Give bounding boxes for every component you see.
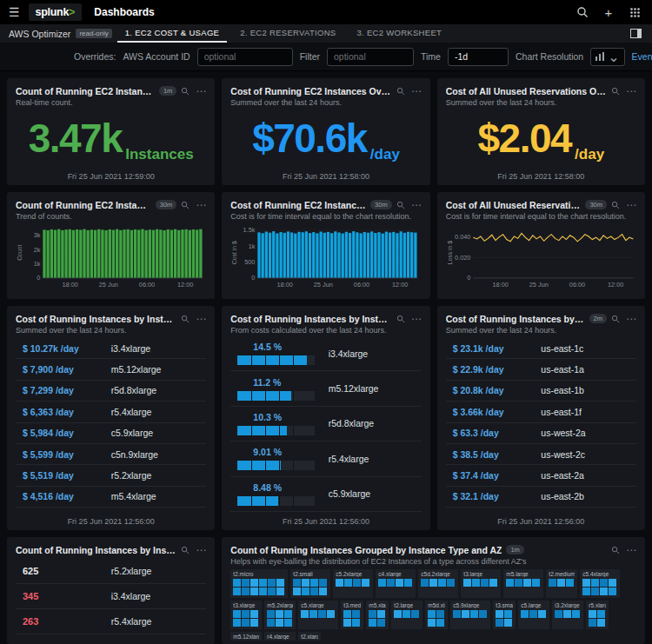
table-row[interactable]: $ 6,363 /dayr5.4xlarge bbox=[16, 402, 206, 422]
gauge-row[interactable]: 14.5 %i3.4xlarge bbox=[230, 336, 421, 371]
open-in-search-icon[interactable] bbox=[181, 201, 190, 209]
tab-ec2-cost-usage[interactable]: 1. EC2 COST & USAGE bbox=[117, 24, 227, 43]
gauge-tick bbox=[251, 426, 252, 435]
treemap-group[interactable]: t3.large bbox=[461, 569, 501, 598]
loss-line-chart[interactable]: 00.0200.04018:0025 Jun06:0012:00Loss in … bbox=[446, 222, 636, 295]
open-in-search-icon[interactable] bbox=[181, 546, 190, 554]
count-column-chart[interactable]: 01k2k3k18:0025 Jun06:0012:00Count bbox=[16, 222, 206, 295]
instance-cell bbox=[479, 610, 487, 618]
table-row[interactable]: 345i3.4xlarge bbox=[16, 584, 206, 609]
treemap-group[interactable]: c5.xlarge bbox=[298, 601, 338, 629]
table-row[interactable]: $ 7,900 /daym5.12xlarge bbox=[16, 359, 206, 380]
open-in-search-icon[interactable] bbox=[396, 87, 405, 96]
add-icon[interactable]: + bbox=[600, 3, 617, 21]
treemap-group[interactable]: m5.2xlarge bbox=[264, 601, 296, 629]
panel-menu-icon[interactable]: ⋯ bbox=[196, 547, 206, 554]
open-in-search-icon[interactable] bbox=[181, 315, 190, 323]
account-id-input[interactable] bbox=[197, 48, 293, 66]
treemap-group[interactable]: m5d.xlarge bbox=[425, 601, 448, 629]
table-row[interactable]: $ 10.27k /dayi3.4xlarge bbox=[16, 338, 206, 359]
table-row[interactable]: $ 5,599 /dayc5n.9xlarge bbox=[16, 444, 206, 465]
treemap-group-label: c5.xlarge bbox=[301, 602, 336, 608]
table-row[interactable]: $ 23.1k /dayus-east-1c bbox=[446, 338, 636, 359]
treemap-group[interactable]: r4.xlarge bbox=[264, 632, 296, 641]
treemap-group[interactable]: t2.large bbox=[391, 601, 422, 629]
gauge-row[interactable]: 11.2 %m5.12xlarge bbox=[230, 371, 421, 406]
table-row[interactable]: $ 3.66k /dayus-east-1f bbox=[446, 402, 636, 422]
panel-toggle-icon[interactable] bbox=[630, 29, 642, 38]
panel-menu-icon[interactable]: ⋯ bbox=[196, 88, 206, 95]
open-in-search-icon[interactable] bbox=[181, 87, 190, 96]
panel-actions: ⋯ bbox=[611, 201, 636, 209]
panel-menu-icon[interactable]: ⋯ bbox=[196, 315, 206, 322]
table-row[interactable]: $ 7,299 /dayr5d.8xlarge bbox=[16, 381, 206, 402]
panel-menu-icon[interactable]: ⋯ bbox=[411, 202, 422, 209]
cost-column-chart[interactable]: 05001k1.5k18:0025 Jun06:0012:00Cost in $ bbox=[230, 222, 421, 295]
treemap-group[interactable]: i3.2xlarge bbox=[552, 601, 583, 629]
apps-grid-icon[interactable] bbox=[626, 3, 643, 21]
treemap-group[interactable]: t3.medium bbox=[341, 601, 363, 629]
table-row[interactable]: $ 5,984 /dayc5.9xlarge bbox=[16, 423, 206, 444]
table-row[interactable]: $ 4,516 /daym5.4xlarge bbox=[16, 487, 206, 508]
panel-menu-icon[interactable]: ⋯ bbox=[626, 88, 636, 95]
treemap-group[interactable]: t3.small bbox=[493, 601, 516, 629]
treemap-group[interactable]: c4.xlarge bbox=[376, 569, 416, 598]
open-in-search-icon[interactable] bbox=[611, 87, 620, 96]
hamburger-menu-icon[interactable]: ☰ bbox=[9, 6, 20, 18]
panel-timestamp: Fri 25 Jun 2021 12:58:00 bbox=[230, 169, 421, 182]
svg-text:12:00: 12:00 bbox=[392, 282, 408, 289]
table-row[interactable]: $ 32.1 /dayus-east-2b bbox=[446, 487, 636, 508]
treemap-group[interactable]: m5.12xlarge bbox=[230, 632, 262, 641]
open-in-search-icon[interactable] bbox=[396, 201, 405, 209]
treemap-group[interactable]: c5.4xlarge bbox=[580, 569, 620, 598]
event-overlay-link[interactable]: Event Overlay bbox=[632, 51, 652, 62]
panel-menu-icon[interactable]: ⋯ bbox=[411, 88, 422, 95]
treemap-group-label: c5d.2xlarge bbox=[421, 571, 456, 577]
tab-ec2-worksheet[interactable]: 3. EC2 WORKSHEET bbox=[349, 24, 449, 43]
treemap-cells bbox=[369, 610, 385, 627]
panel-menu-icon[interactable]: ⋯ bbox=[196, 202, 206, 209]
gauge-row[interactable]: 10.3 %r5d.8xlarge bbox=[230, 407, 421, 442]
filter-input[interactable] bbox=[327, 48, 414, 66]
table-row[interactable]: $ 5,519 /dayr5.2xlarge bbox=[16, 465, 206, 486]
treemap-group[interactable]: c5.2xlarge bbox=[333, 569, 373, 598]
treemap-group-label: c5.4xlarge bbox=[582, 571, 617, 577]
tab-ec2-reservations[interactable]: 2. EC2 RESERVATIONS bbox=[232, 24, 343, 43]
table-row[interactable]: 245m5.4xlarge bbox=[16, 634, 206, 641]
search-icon[interactable] bbox=[574, 3, 591, 21]
open-in-search-icon[interactable] bbox=[396, 315, 405, 323]
open-in-search-icon[interactable] bbox=[611, 546, 620, 554]
open-in-search-icon[interactable] bbox=[611, 201, 620, 209]
treemap-group[interactable]: t2.medium bbox=[546, 569, 577, 598]
treemap-cells bbox=[336, 579, 369, 587]
treemap-group[interactable]: t3.xlarge bbox=[230, 601, 262, 629]
table-row[interactable]: $ 63.3 /dayus-west-2a bbox=[446, 423, 636, 444]
chart-resolution-select[interactable]: ⌄ bbox=[590, 48, 624, 66]
gauge-row[interactable]: 9.01 %r5.4xlarge bbox=[230, 442, 421, 476]
table-row[interactable]: $ 37.4 /dayus-east-2a bbox=[446, 465, 636, 486]
table-row[interactable]: $ 22.9k /dayus-east-1a bbox=[446, 359, 636, 380]
panel-menu-icon[interactable]: ⋯ bbox=[626, 547, 636, 554]
treemap-group[interactable]: c5.large bbox=[518, 601, 549, 629]
table-row[interactable]: 263r5.4xlarge bbox=[16, 609, 206, 634]
instance-cell bbox=[396, 579, 403, 587]
treemap-group[interactable]: c5.9xlarge bbox=[450, 601, 490, 629]
panel-menu-icon[interactable]: ⋯ bbox=[626, 202, 636, 209]
treemap-group[interactable]: r5.xlarge bbox=[586, 601, 609, 629]
treemap-group[interactable]: t2.micro bbox=[230, 569, 288, 598]
treemap-group[interactable]: m5.large bbox=[503, 569, 543, 598]
table-row[interactable]: 625r5.2xlarge bbox=[16, 559, 206, 584]
table-row[interactable]: $ 20.8k /dayus-east-1b bbox=[446, 381, 636, 402]
gauge-row[interactable]: 8.48 %c5.9xlarge bbox=[230, 477, 421, 512]
treemap-group[interactable]: t2.xlarge bbox=[298, 632, 321, 641]
panel-menu-icon[interactable]: ⋯ bbox=[411, 315, 422, 322]
treemap-group[interactable]: c5d.2xlarge bbox=[418, 569, 458, 598]
open-in-search-icon[interactable] bbox=[611, 315, 620, 323]
treemap-group[interactable]: t2.small bbox=[290, 569, 330, 598]
table-row[interactable]: $ 38.5 /dayus-west-2c bbox=[446, 444, 636, 465]
splunk-logo[interactable]: splunk > bbox=[29, 3, 83, 21]
treemap-group[interactable]: m5.xlarge bbox=[366, 601, 389, 629]
cell-label: m5.12xlarge bbox=[111, 364, 207, 375]
time-input[interactable] bbox=[448, 48, 509, 66]
panel-menu-icon[interactable]: ⋯ bbox=[626, 315, 636, 322]
